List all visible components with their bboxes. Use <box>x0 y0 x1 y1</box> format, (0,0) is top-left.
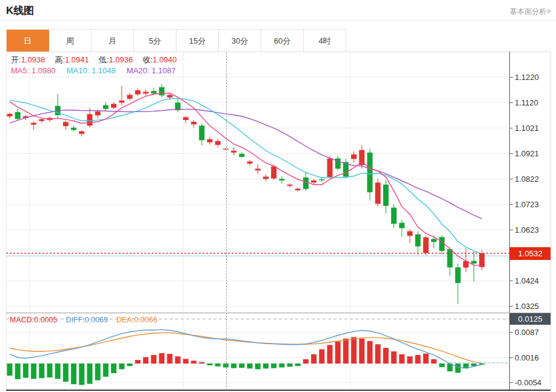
macd-histogram-bar <box>7 364 13 376</box>
dea-value: DEA:0.0066 <box>116 316 157 324</box>
macd-histogram-bar <box>175 356 181 364</box>
candle-body <box>111 104 116 107</box>
period-tab-7[interactable]: 4时 <box>304 30 346 52</box>
macd-histogram-bar <box>375 344 381 364</box>
candle-body <box>95 111 101 115</box>
candle-body <box>391 208 397 224</box>
macd-histogram-bar <box>183 359 189 364</box>
macd-histogram-bar <box>367 341 373 364</box>
candle-body <box>87 114 93 125</box>
macd-histogram-bar <box>479 364 484 365</box>
ma-readout: MA5: 1.0980 MA10: 1.1048 MA20: 1.1087 <box>11 66 176 75</box>
candle-body <box>255 168 261 170</box>
macd-histogram-bar <box>407 356 413 364</box>
ma10-line <box>10 99 482 254</box>
macd-histogram-bar <box>71 364 76 384</box>
macd-readout: MACD:0.0005 DIFF:0.0069 DEA:0.0066 <box>10 316 157 324</box>
macd-histogram-bar <box>111 364 116 373</box>
ma10-value: MA10: 1.1048 <box>67 66 116 75</box>
candle-body <box>231 151 236 153</box>
candle-body <box>351 154 357 159</box>
period-tab-4[interactable]: 15分 <box>176 30 219 52</box>
period-tab-3[interactable]: 5分 <box>134 30 176 52</box>
macd-histogram-bar <box>159 353 164 364</box>
macd-tick-label: 0.0087 <box>510 327 552 338</box>
macd-histogram-bar <box>23 364 28 378</box>
candle-body <box>191 122 196 124</box>
candle-body <box>311 181 317 182</box>
fundamental-analysis-link[interactable]: 基本面分析> <box>510 7 551 17</box>
price-tick-label: 1.1120 <box>510 97 552 108</box>
macd-histogram-bar <box>239 364 244 368</box>
candle-body <box>215 141 221 145</box>
candle-body <box>279 179 284 181</box>
high-value: 高:1.0941 <box>55 55 89 65</box>
macd-histogram-bar <box>247 364 253 368</box>
candle-body <box>119 101 124 102</box>
macd-histogram-bar <box>63 364 69 382</box>
price-tick-label: 1.1021 <box>510 122 552 133</box>
price-tick-label: 1.0921 <box>510 148 552 159</box>
macd-histogram-bar <box>119 364 124 369</box>
candle-body <box>167 95 173 98</box>
page-title: K线图 <box>6 4 34 18</box>
candle-body <box>31 123 36 125</box>
candle-body <box>143 92 149 94</box>
period-tab-2[interactable]: 月 <box>92 30 134 52</box>
candle-body <box>63 122 69 126</box>
period-tab-6[interactable]: 60分 <box>261 30 304 52</box>
macd-histogram-bar <box>399 354 404 364</box>
candle-body <box>383 185 389 206</box>
macd-histogram-bar <box>231 364 236 368</box>
ma20-value: MA20: 1.1087 <box>127 66 176 75</box>
candle-body <box>431 239 437 242</box>
main-chart-canvas[interactable] <box>6 51 509 313</box>
candle-body <box>39 119 44 121</box>
candle-body <box>303 178 309 189</box>
macd-histogram-bar <box>279 364 284 367</box>
candle-body <box>407 231 413 236</box>
candle-body <box>159 87 164 96</box>
price-tick-label: 1.1220 <box>510 71 552 82</box>
macd-histogram-bar <box>95 364 101 380</box>
macd-histogram-bar <box>327 345 333 364</box>
macd-histogram-bar <box>167 354 173 364</box>
macd-histogram-bar <box>351 337 357 364</box>
macd-histogram-bar <box>31 364 36 379</box>
macd-histogram-bar <box>39 364 44 378</box>
macd-histogram-bar <box>439 364 444 367</box>
candle-body <box>471 261 477 264</box>
candle-body <box>263 177 269 179</box>
macd-histogram-bar <box>215 364 221 367</box>
macd-tick-label: 0.0016 <box>510 353 552 364</box>
candle-body <box>375 182 381 204</box>
candle-body <box>15 112 21 119</box>
period-tab-1[interactable]: 周 <box>49 30 92 52</box>
period-tabs: 日周月5分15分30分60分4时 <box>6 29 346 52</box>
macd-chart-canvas[interactable] <box>6 313 509 390</box>
candle-body <box>127 95 133 99</box>
close-value: 收:1.0940 <box>142 55 176 65</box>
open-value: 开:1.0938 <box>11 55 45 65</box>
macd-histogram-bar <box>335 342 341 364</box>
candle-body <box>439 237 444 251</box>
candle-body <box>287 185 293 186</box>
crosshair-line <box>226 52 227 390</box>
candle-body <box>239 154 244 157</box>
candle-body <box>327 159 333 177</box>
candle-body <box>247 162 253 164</box>
period-tab-0[interactable]: 日 <box>7 30 49 52</box>
candle-body <box>151 91 156 93</box>
candle-body <box>399 223 404 228</box>
macd-histogram-bar <box>287 364 293 367</box>
macd-max-badge: 0.0125 <box>510 313 551 325</box>
macd-histogram-bar <box>127 364 133 366</box>
period-tab-5[interactable]: 30分 <box>219 30 261 52</box>
candle-body <box>455 267 461 283</box>
kline-page: K线图 基本面分析> 日周月5分15分30分60分4时 开:1.0938 高:1… <box>0 0 556 392</box>
macd-histogram-bar <box>103 364 109 377</box>
macd-histogram-bar <box>431 359 437 364</box>
candle-body <box>479 253 484 267</box>
macd-histogram-bar <box>47 364 53 377</box>
low-value: 低:1.0936 <box>99 55 133 65</box>
